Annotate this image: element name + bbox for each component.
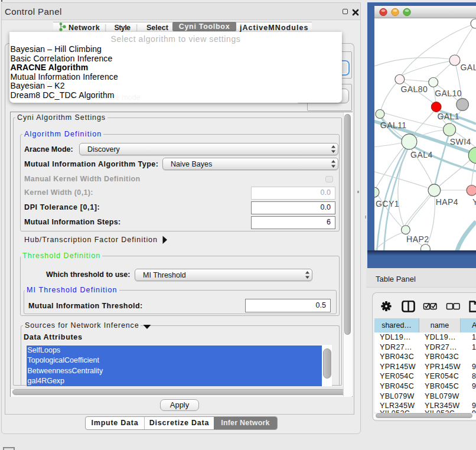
svg-text:YG: YG — [472, 197, 476, 207]
svg-text:SWI4: SWI4 — [450, 137, 471, 146]
svg-text:GAL4: GAL4 — [410, 150, 433, 159]
svg-text:GAL10: GAL10 — [435, 89, 462, 98]
svg-text:GCY1: GCY1 — [376, 199, 399, 208]
svg-text:GAL7: GAL7 — [461, 63, 476, 72]
svg-text:GAL11: GAL11 — [380, 120, 407, 130]
svg-text:HAP2: HAP2 — [406, 234, 429, 244]
svg-text:GAL80: GAL80 — [400, 84, 428, 94]
svg-text:HAP4: HAP4 — [436, 197, 458, 207]
svg-text:GAL1: GAL1 — [437, 112, 459, 121]
